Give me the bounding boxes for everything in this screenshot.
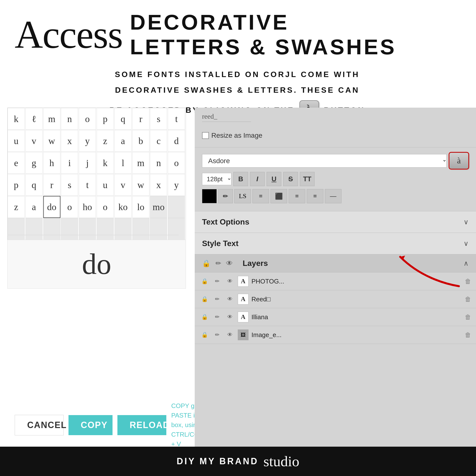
glyph-cell[interactable]: k [97,152,114,174]
glyph-cell[interactable]: b [132,130,150,152]
line-spacing-button[interactable]: ≡ [253,189,269,203]
glyph-cell[interactable]: m [132,152,150,174]
glyph-cell[interactable]: d [168,130,185,152]
glyph-cell[interactable]: r [132,108,150,130]
strikethrough-button[interactable]: S [283,172,298,186]
glyph-cell[interactable]: o [97,196,114,218]
align-right-button[interactable]: ≡ [307,189,323,203]
glyph-cell[interactable]: t [168,108,185,130]
bold-button[interactable]: B [233,172,248,186]
copy-button[interactable]: COPY [68,415,113,435]
font-select[interactable]: Asdore [202,154,447,168]
layer-delete-icon[interactable]: 🗑 [465,331,471,339]
glyph-cell[interactable]: a [25,196,43,218]
glyph-cell[interactable]: x [150,174,167,196]
underline-button[interactable]: U [267,172,281,186]
glyph-cell[interactable]: p [97,108,114,130]
glyph-cell[interactable]: x [61,130,78,152]
glyph-cell[interactable]: c [150,130,167,152]
glyph-cell[interactable]: o [61,196,78,218]
font-size-select[interactable]: 128pt [202,173,231,185]
glyph-cell[interactable]: o [79,108,96,130]
glyph-cell[interactable]: u [8,130,25,152]
panel-search[interactable]: reed_ [202,113,251,122]
main-canvas: Access DECORATIVE LETTERS & SWASHES SOME… [0,0,476,476]
glyph-cell[interactable]: y [79,130,96,152]
glyph-cell[interactable]: l [115,152,132,174]
glyph-cell[interactable]: w [132,174,150,196]
glyph-cell[interactable]: j [79,152,96,174]
layer-eye-icon[interactable]: 👁 [225,330,235,340]
glyph-cell[interactable]: v [115,174,132,196]
layer-delete-icon[interactable]: 🗑 [465,295,471,303]
layer-pencil-icon[interactable]: ✏ [212,312,222,322]
layer-delete-icon[interactable]: 🗑 [465,313,471,321]
layer-lock-icon[interactable]: 🔒 [200,294,209,304]
layer-lock-icon[interactable]: 🔒 [200,276,209,286]
glyph-cell[interactable]: z [8,196,25,218]
glyph-cell[interactable]: w [43,130,60,152]
eye-icon: 👁 [226,259,233,267]
layer-lock-icon[interactable]: 🔒 [200,312,209,322]
glyph-cell[interactable]: u [97,174,114,196]
eyedropper-button[interactable]: ✏ [218,189,233,203]
glyph-cell[interactable]: s [61,174,78,196]
layer-eye-icon[interactable]: 👁 [225,294,235,304]
glyph-cell[interactable]: lo [132,196,150,218]
glyph-cell[interactable]: v [25,130,43,152]
glyph-cell[interactable]: ℓ [25,108,43,130]
layer-name[interactable]: Image_e... [252,331,462,339]
glyph-cell[interactable]: n [61,108,78,130]
style-text-title: Style Text [202,239,238,248]
glyph-cell[interactable]: p [8,174,25,196]
ls-button[interactable]: LS [234,189,251,203]
glyph-panel-button[interactable]: à [449,153,469,169]
glyph-cell[interactable]: s [150,108,167,130]
glyph-cell[interactable]: n [150,152,167,174]
reload-button[interactable]: RELOAD [118,415,166,435]
glyph-cell[interactable]: g [25,152,43,174]
align-justify-button[interactable]: — [325,189,341,203]
layer-name[interactable]: Illiana [252,313,462,321]
layer-eye-icon[interactable]: 👁 [225,312,235,322]
glyph-cell[interactable]: q [115,108,132,130]
glyph-cell[interactable]: ho [79,196,96,218]
decorative-line2: LETTERS & SWASHES [130,34,396,59]
layer-name[interactable]: Reed□ [252,295,462,303]
layer-pencil-icon[interactable]: ✏ [212,276,222,286]
color-swatch[interactable] [202,189,217,203]
resize-checkbox[interactable] [202,132,209,139]
title-row: Access DECORATIVE LETTERS & SWASHES [15,10,460,59]
glyph-cell[interactable]: o [168,152,185,174]
glyph-cell[interactable]: k [8,108,25,130]
glyph-cell[interactable]: mo [150,196,167,218]
tt-button[interactable]: TT [300,172,315,186]
style-text-section[interactable]: Style Text ∨ [195,233,476,255]
glyph-cell-selected[interactable]: do [43,196,60,218]
glyph-cell[interactable]: h [43,152,60,174]
resize-checkbox-label[interactable]: Resize as Image [202,132,262,139]
layer-eye-icon[interactable]: 👁 [225,276,235,286]
font-format-row: 128pt B I U S TT [202,172,469,186]
glyph-cell[interactable]: a [115,130,132,152]
glyph-grid: k ℓ m n o p q r s t u v w x y z a b c d … [8,108,186,240]
glyph-cell[interactable]: z [97,130,114,152]
cancel-button[interactable]: CANCEL [15,415,64,435]
text-options-section[interactable]: Text Options ∨ [195,211,476,233]
glyph-cell[interactable]: ko [115,196,132,218]
glyph-cell[interactable]: t [79,174,96,196]
glyph-cell[interactable]: m [43,108,60,130]
layer-pencil-icon[interactable]: ✏ [212,294,222,304]
italic-button[interactable]: I [250,172,265,186]
layer-pencil-icon[interactable]: ✏ [212,330,222,340]
glyph-cell[interactable]: e [8,152,25,174]
align-center-button[interactable]: ≡ [289,189,305,203]
glyph-cell[interactable]: i [61,152,78,174]
layers-chevron[interactable]: ∧ [463,259,469,267]
glyph-cell[interactable]: r [43,174,60,196]
align-left-button[interactable]: ⬛ [271,189,287,203]
layer-lock-icon[interactable]: 🔒 [200,330,209,340]
glyph-cell[interactable]: y [168,174,185,196]
layer-delete-icon[interactable]: 🗑 [465,278,471,285]
glyph-cell[interactable]: q [25,174,43,196]
